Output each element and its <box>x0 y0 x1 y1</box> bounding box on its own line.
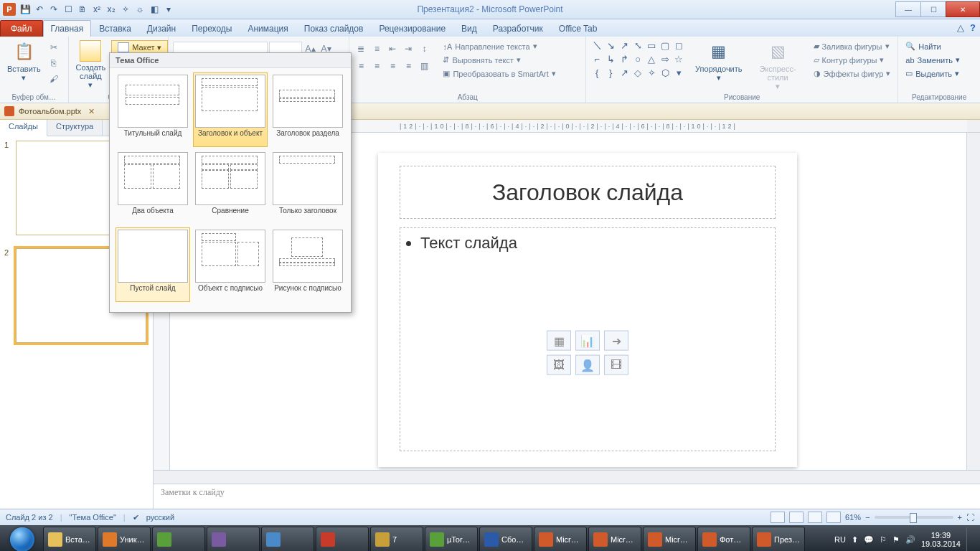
tray-chat-icon[interactable]: 💬 <box>864 535 874 545</box>
shape-arrow-icon[interactable]: ↗ <box>618 66 631 79</box>
tray-clock[interactable]: 19:39 19.03.2014 <box>921 531 961 548</box>
maximize-button[interactable]: ☐ <box>920 1 946 17</box>
bullets-icon[interactable]: ≣ <box>354 42 368 56</box>
shape-arrow-icon[interactable]: ⇨ <box>659 52 672 65</box>
tray-flag-icon[interactable]: ⚐ <box>880 535 887 545</box>
taskbar-button[interactable]: µTor… <box>425 527 478 551</box>
redo-icon[interactable]: ↷ <box>47 3 60 16</box>
insert-smartart-icon[interactable]: ➜ <box>604 331 628 351</box>
vertical-scrollbar[interactable] <box>966 133 980 470</box>
zoom-in-button[interactable]: + <box>958 513 962 522</box>
tray-language[interactable]: RU <box>834 535 846 544</box>
layout-option[interactable]: Только заголовок <box>270 150 345 225</box>
numbering-icon[interactable]: ≡ <box>369 42 384 56</box>
show-desktop-button[interactable] <box>966 527 973 551</box>
insert-picture-icon[interactable]: 🖼 <box>547 355 571 375</box>
close-button[interactable]: ✕ <box>946 1 980 17</box>
insert-clipart-icon[interactable]: 👤 <box>575 355 600 375</box>
taskbar-button[interactable] <box>261 527 314 551</box>
shape-fill-button[interactable]: ▰Заливка фигуры ▾ <box>811 40 894 52</box>
zoom-slider[interactable] <box>875 516 953 519</box>
slideshow-view-button[interactable] <box>826 512 841 523</box>
insert-media-icon[interactable]: 🎞 <box>604 355 628 375</box>
qat-icon[interactable]: ◧ <box>148 3 161 16</box>
align-center-icon[interactable]: ≡ <box>369 59 384 73</box>
tab-animation[interactable]: Анимация <box>240 20 296 37</box>
align-text-button[interactable]: ⇵Выровнять текст ▾ <box>440 54 558 66</box>
shape-star-icon[interactable]: ☆ <box>672 52 685 65</box>
layout-option[interactable]: Рисунок с подписью <box>270 227 345 302</box>
layout-option[interactable]: Пустой слайд <box>116 227 190 302</box>
slide-body-text[interactable]: Текст слайда <box>420 234 775 253</box>
format-painter-icon[interactable]: 🖌 <box>47 72 61 86</box>
line-spacing-icon[interactable]: ↕ <box>417 42 431 56</box>
justify-icon[interactable]: ≡ <box>401 59 415 73</box>
shape-rect-icon[interactable]: ▢ <box>659 39 672 52</box>
taskbar-button[interactable]: Сбо… <box>479 527 532 551</box>
tab-design[interactable]: Дизайн <box>139 20 184 37</box>
shape-line-icon[interactable]: ↘ <box>604 39 617 52</box>
tray-volume-icon[interactable]: 🔊 <box>905 535 915 545</box>
close-document-icon[interactable]: ✕ <box>88 107 95 116</box>
convert-smartart-button[interactable]: ▣Преобразовать в SmartArt ▾ <box>440 67 558 80</box>
tray-network-icon[interactable]: ⚑ <box>892 535 900 545</box>
taskbar-button[interactable]: Уник… <box>98 527 151 551</box>
tray-icon[interactable]: ⬆ <box>852 535 858 545</box>
notes-pane[interactable]: Заметки к слайду <box>154 484 980 509</box>
save-icon[interactable]: 💾 <box>19 3 32 16</box>
layout-option[interactable]: Заголовок раздела <box>270 72 345 147</box>
subscript-icon[interactable]: x₂ <box>105 3 118 16</box>
spellcheck-icon[interactable]: ✔ <box>133 513 139 522</box>
shape-rect-icon[interactable]: ◻ <box>672 39 685 52</box>
file-tab[interactable]: Файл <box>0 20 43 37</box>
taskbar-button[interactable] <box>316 527 369 551</box>
slide[interactable]: Заголовок слайда Текст слайда ▦ 📊 ➜ 🖼 👤 … <box>378 153 797 467</box>
replace-button[interactable]: abЗаменить ▾ <box>903 54 963 66</box>
start-button[interactable] <box>3 525 42 551</box>
shape-connector-icon[interactable]: ⌐ <box>590 52 603 65</box>
tab-review[interactable]: Рецензирование <box>371 20 453 37</box>
shape-more-icon[interactable]: ▾ <box>672 66 685 79</box>
shape-brace-icon[interactable]: } <box>604 66 617 79</box>
undo-icon[interactable]: ↶ <box>33 3 46 16</box>
cut-icon[interactable]: ✂ <box>47 40 61 55</box>
qat-more-icon[interactable]: ▾ <box>162 3 175 16</box>
shape-connector-icon[interactable]: ↱ <box>618 52 631 65</box>
insert-chart-icon[interactable]: 📊 <box>575 331 600 351</box>
fit-to-window-button[interactable]: ⛶ <box>966 513 974 522</box>
tab-view[interactable]: Вид <box>453 20 485 37</box>
shape-oval-icon[interactable]: ○ <box>631 52 644 65</box>
shape-line-icon[interactable]: ⤡ <box>631 39 644 52</box>
copy-icon[interactable]: ⎘ <box>47 56 61 70</box>
layout-option[interactable]: Титульный слайд <box>116 72 190 147</box>
normal-view-button[interactable] <box>771 512 785 523</box>
shape-effects-button[interactable]: ◑Эффекты фигур ▾ <box>811 67 894 80</box>
text-direction-button[interactable]: ↕AНаправление текста ▾ <box>440 40 558 52</box>
horizontal-scrollbar[interactable] <box>154 470 980 484</box>
shape-line-icon[interactable]: ↗ <box>618 39 631 52</box>
taskbar-button[interactable]: През… <box>752 527 805 551</box>
zoom-out-button[interactable]: − <box>865 513 870 522</box>
taskbar-button[interactable] <box>152 527 205 551</box>
layout-option[interactable]: Заголовок и объект <box>193 72 268 147</box>
print-preview-icon[interactable]: 🗎 <box>76 3 89 16</box>
shape-outline-button[interactable]: ▱Контур фигуры ▾ <box>811 54 894 66</box>
help-icon[interactable]: ? <box>970 22 976 33</box>
tab-slides[interactable]: Слайды <box>0 120 47 136</box>
shape-diamond-icon[interactable]: ◇ <box>631 66 644 79</box>
taskbar-button[interactable]: Фот… <box>697 527 750 551</box>
minimize-button[interactable]: — <box>895 1 921 17</box>
slide-title-placeholder[interactable]: Заголовок слайда <box>400 166 776 219</box>
slide-body-placeholder[interactable]: Текст слайда ▦ 📊 ➜ 🖼 👤 🎞 <box>400 227 776 451</box>
qat-icon[interactable]: ✧ <box>119 3 132 16</box>
qat-icon[interactable]: ☼ <box>133 3 146 16</box>
layout-option[interactable]: Сравнение <box>193 150 268 225</box>
tab-outline[interactable]: Структура <box>47 120 103 136</box>
status-language[interactable]: русский <box>146 513 174 522</box>
tab-insert[interactable]: Вставка <box>91 20 139 37</box>
taskbar-button[interactable] <box>207 527 260 551</box>
taskbar-button[interactable]: Вста… <box>43 527 96 551</box>
taskbar-button[interactable]: Micr… <box>588 527 641 551</box>
zoom-level[interactable]: 61% <box>845 513 861 522</box>
tab-slideshow[interactable]: Показ слайдов <box>296 20 372 37</box>
